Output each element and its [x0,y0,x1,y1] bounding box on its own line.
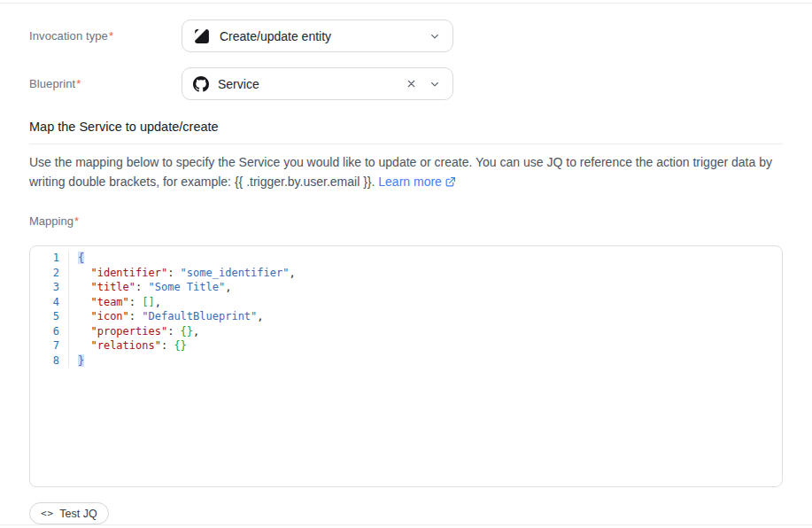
blueprint-value: Service [218,77,397,91]
code-token-string: "Some Title" [148,281,225,293]
required-asterisk: * [109,29,113,43]
chevron-down-icon[interactable] [429,79,440,89]
invocation-type-label: Invocation type* [29,29,182,43]
code-gutter: 12345678 [30,251,69,368]
mapping-label-text: Mapping [29,214,73,228]
required-asterisk: * [76,77,81,90]
code-token-plain [78,325,90,338]
code-line[interactable]: { [78,251,296,266]
section-heading: Map the Service to update/create [29,120,783,134]
code-token-plain: , [225,281,231,293]
top-divider [0,3,812,4]
invocation-type-select[interactable]: Create/update entity [182,19,453,52]
line-number: 7 [30,338,59,353]
code-token-plain: , [155,296,161,308]
code-token-key: "identifier" [90,267,167,279]
test-jq-button[interactable]: <> Test JQ [29,502,109,524]
code-brackets-icon: <> [41,508,54,519]
code-lines[interactable]: { "identifier": "some_identifier", "titl… [69,251,296,368]
code-token-plain: : [167,267,180,279]
action-form: Invocation type* Create/update entity Bl… [29,19,783,524]
create-update-entity-icon [193,27,211,45]
code-token-plain [78,339,90,352]
code-token-plain: : [129,296,142,308]
code-token-brace: } [78,354,84,367]
code-line[interactable]: "icon": "DefaultBlueprint", [78,309,296,324]
code-token-plain [78,267,90,279]
code-token-bracket: {} [181,325,193,338]
github-icon [193,76,209,92]
code-line[interactable]: "team": [], [78,295,296,310]
code-token-plain [78,281,90,293]
line-number: 3 [30,280,59,295]
code-token-key: "icon" [90,310,128,322]
blueprint-label-text: Blueprint [29,77,75,90]
line-number: 1 [30,251,59,266]
mapping-label: Mapping* [29,214,783,228]
code-token-bracket: [] [142,296,154,308]
learn-more-link[interactable]: Learn more [378,175,442,189]
blueprint-row: Blueprint* Service [29,67,783,100]
code-token-plain: , [289,267,295,279]
mapping-code-editor[interactable]: 12345678 { "identifier": "some_identifie… [29,245,783,487]
code-token-plain: : [135,281,148,293]
clear-selection-icon[interactable] [406,78,417,89]
line-number: 2 [30,266,59,281]
line-number: 6 [30,324,59,339]
section-divider [29,144,783,144]
code-line[interactable]: } [78,353,296,369]
code-line[interactable]: "title": "Some Title", [78,280,296,295]
code-token-key: "properties" [90,325,167,338]
code-token-plain [78,310,90,322]
code-token-string: "some_identifier" [181,267,290,279]
required-asterisk: * [74,214,79,228]
invocation-type-label-text: Invocation type [29,29,108,43]
code-token-plain: : [161,339,174,352]
chevron-down-icon[interactable] [429,31,440,42]
line-number: 5 [30,309,59,324]
code-token-plain: : [167,325,180,338]
blueprint-label: Blueprint* [29,77,182,90]
code-token-key: "team" [90,296,128,308]
invocation-type-value: Create/update entity [220,29,421,43]
code-token-key: "relations" [90,339,160,352]
line-number: 4 [30,295,59,310]
blueprint-select[interactable]: Service [182,67,453,100]
code-token-string: "DefaultBlueprint" [142,310,257,322]
code-line[interactable]: "properties": {}, [78,324,296,339]
line-number: 8 [30,353,59,369]
code-token-brace: { [78,252,84,264]
code-line[interactable]: "relations": {} [78,338,296,353]
code-token-plain: : [129,310,142,322]
code-token-plain: , [257,310,263,322]
code-token-plain: , [193,325,199,338]
code-token-bracket: {} [174,339,186,352]
external-link-icon[interactable] [445,175,456,194]
invocation-type-row: Invocation type* Create/update entity [29,19,783,52]
code-token-plain [78,296,90,308]
section-description: Use the mapping below to specify the Ser… [29,153,783,193]
test-jq-label: Test JQ [59,508,97,520]
bottom-divider [0,524,812,525]
code-line[interactable]: "identifier": "some_identifier", [78,266,296,281]
code-token-key: "title" [90,281,135,293]
